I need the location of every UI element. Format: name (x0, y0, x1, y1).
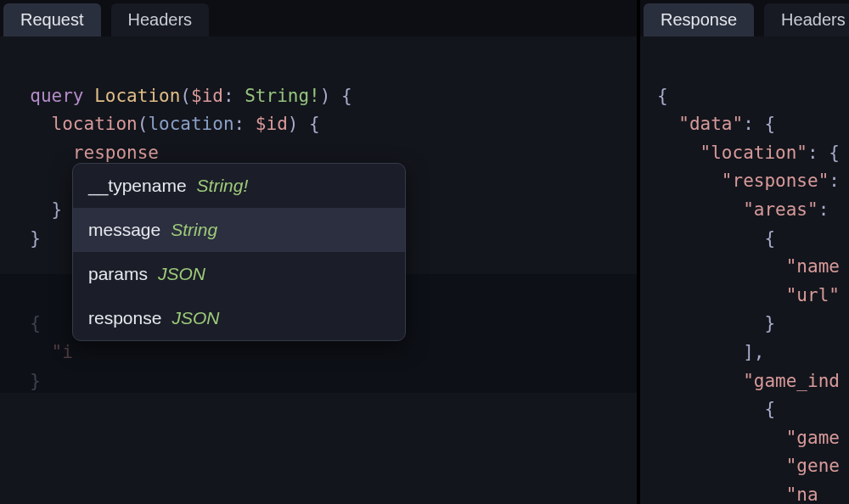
tab-request[interactable]: Request (3, 3, 101, 36)
json-key-response: "response" (722, 171, 829, 191)
autocomplete-popup: __typename String! message String params… (72, 163, 406, 341)
autocomplete-item-message[interactable]: message String (73, 208, 405, 252)
json-key-na: "na (786, 484, 818, 504)
json-key-data: "data" (678, 114, 743, 134)
autocomplete-item-typename[interactable]: __typename String! (73, 164, 405, 208)
ac-type: JSON (158, 264, 205, 284)
autocomplete-item-params[interactable]: params JSON (73, 252, 405, 296)
json-key-gene: "gene (786, 456, 840, 476)
variable-id: $id (191, 86, 223, 106)
tab-response[interactable]: Response (644, 3, 754, 36)
response-pane: Response Headers { "data": { "location":… (637, 0, 849, 504)
keyword-query: query (30, 86, 83, 106)
response-viewer[interactable]: { "data": { "location": { "response": "a… (640, 36, 849, 504)
operation-name: Location (94, 86, 180, 106)
variable-type: String! (245, 86, 320, 106)
response-tabs: Response Headers (640, 0, 849, 36)
tab-headers-right[interactable]: Headers (764, 3, 849, 36)
ac-name: message (88, 220, 160, 240)
field-location: location (52, 114, 138, 134)
arg-location: location (148, 114, 233, 134)
variables-block: { "i } (8, 313, 73, 390)
ac-type: String (171, 220, 217, 240)
arg-value: $id (256, 114, 288, 134)
ac-name: __typename (88, 176, 187, 196)
field-response: response (73, 143, 159, 163)
ac-name: params (88, 264, 148, 284)
var-key-partial: "i (52, 342, 73, 362)
request-pane: Request Headers query Location($id: Stri… (0, 0, 637, 504)
autocomplete-item-response[interactable]: response JSON (73, 296, 405, 340)
ac-name: response (88, 308, 161, 328)
json-key-game-ind: "game_ind (743, 371, 840, 391)
request-tabs: Request Headers (0, 0, 637, 36)
json-key-name: "name (786, 256, 840, 277)
ac-type: JSON (171, 308, 219, 328)
json-key-game: "game (786, 428, 840, 448)
json-key-location: "location" (700, 143, 807, 163)
json-key-url: "url" (786, 285, 840, 305)
tab-headers-left[interactable]: Headers (111, 3, 210, 36)
ac-type: String! (197, 176, 249, 196)
json-key-areas: "areas" (743, 199, 818, 220)
